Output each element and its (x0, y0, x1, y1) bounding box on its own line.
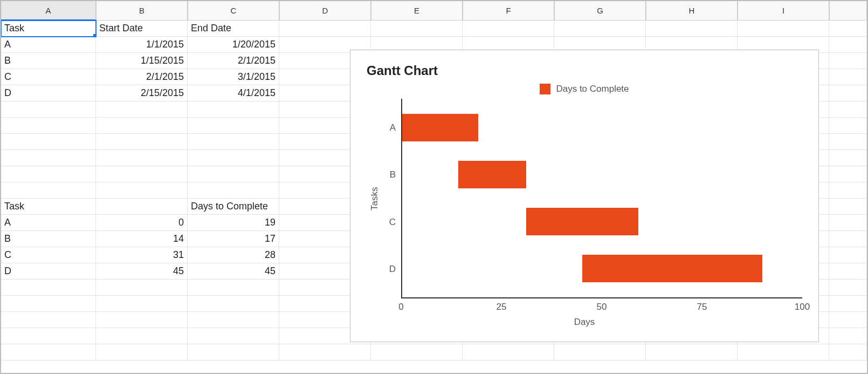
cell-C5[interactable]: 4/1/2015 (188, 85, 279, 101)
cell-B4[interactable]: 2/1/2015 (96, 69, 188, 85)
cell-D1[interactable] (279, 21, 371, 37)
cell-C4[interactable]: 3/1/2015 (188, 69, 279, 85)
cell-A3[interactable]: B (1, 53, 96, 69)
column-header-H[interactable]: H (646, 1, 738, 21)
cell-F1[interactable] (463, 21, 554, 37)
cell-B18[interactable] (96, 296, 188, 312)
cell-A14[interactable]: B (1, 231, 96, 247)
cell-C21[interactable] (188, 344, 279, 361)
cell-B15[interactable]: 31 (96, 247, 188, 263)
cell-x4[interactable] (829, 69, 867, 85)
cell-B10[interactable] (96, 166, 188, 182)
cell-A9[interactable] (1, 150, 96, 166)
cell-B17[interactable] (96, 280, 188, 296)
cell-H1[interactable] (646, 21, 738, 37)
cell-C19[interactable] (188, 312, 279, 328)
cell-B9[interactable] (96, 150, 188, 166)
column-header-F[interactable]: F (463, 1, 554, 21)
cell-C9[interactable] (188, 150, 279, 166)
cell-x11[interactable] (829, 182, 867, 199)
cell-x8[interactable] (829, 134, 867, 150)
cell-B8[interactable] (96, 134, 188, 150)
column-header-C[interactable]: C (188, 1, 279, 21)
cell-C1[interactable]: End Date (188, 21, 279, 37)
cell-C3[interactable]: 2/1/2015 (188, 53, 279, 69)
cell-C14[interactable]: 17 (188, 231, 279, 247)
cell-x1[interactable] (829, 21, 867, 37)
cell-A18[interactable] (1, 296, 96, 312)
cell-I21[interactable] (738, 344, 829, 361)
cell-x5[interactable] (829, 85, 867, 101)
cell-x15[interactable] (829, 247, 867, 263)
cell-B19[interactable] (96, 312, 188, 328)
cell-C15[interactable]: 28 (188, 247, 279, 263)
cell-C12[interactable]: Days to Complete (188, 199, 279, 215)
cell-x20[interactable] (829, 328, 867, 344)
cell-x19[interactable] (829, 312, 867, 328)
cell-B5[interactable]: 2/15/2015 (96, 85, 188, 101)
cell-C10[interactable] (188, 166, 279, 182)
cell-B1[interactable]: Start Date (96, 21, 188, 37)
cell-E1[interactable] (371, 21, 463, 37)
cell-B6[interactable] (96, 101, 188, 118)
column-header-D[interactable]: D (279, 1, 371, 21)
cell-C17[interactable] (188, 280, 279, 296)
cell-G1[interactable] (554, 21, 646, 37)
cell-x10[interactable] (829, 166, 867, 182)
cell-E21[interactable] (371, 344, 463, 361)
cell-x21[interactable] (829, 344, 867, 361)
cell-A13[interactable]: A (1, 215, 96, 231)
column-header-I[interactable]: I (738, 1, 829, 21)
cell-x2[interactable] (829, 37, 867, 53)
cell-x7[interactable] (829, 118, 867, 134)
cell-A7[interactable] (1, 118, 96, 134)
cell-x12[interactable] (829, 199, 867, 215)
cell-B12[interactable] (96, 199, 188, 215)
cell-C18[interactable] (188, 296, 279, 312)
cell-A8[interactable] (1, 134, 96, 150)
cell-A20[interactable] (1, 328, 96, 344)
cell-A2[interactable]: A (1, 37, 96, 53)
column-header-A[interactable]: A (1, 1, 96, 21)
cell-A12[interactable]: Task (1, 199, 96, 215)
cell-D21[interactable] (279, 344, 371, 361)
cell-B21[interactable] (96, 344, 188, 361)
cell-x13[interactable] (829, 215, 867, 231)
cell-B13[interactable]: 0 (96, 215, 188, 231)
cell-H21[interactable] (646, 344, 738, 361)
cell-B7[interactable] (96, 118, 188, 134)
cell-A16[interactable]: D (1, 263, 96, 280)
gantt-chart-embed[interactable]: Gantt Chart Days to Complete Tasks ABCD … (350, 50, 819, 342)
cell-F21[interactable] (463, 344, 554, 361)
cell-G21[interactable] (554, 344, 646, 361)
cell-B3[interactable]: 1/15/2015 (96, 53, 188, 69)
cell-x16[interactable] (829, 263, 867, 280)
cell-C6[interactable] (188, 101, 279, 118)
cell-C11[interactable] (188, 182, 279, 199)
cell-B14[interactable]: 14 (96, 231, 188, 247)
cell-A11[interactable] (1, 182, 96, 199)
cell-A21[interactable] (1, 344, 96, 361)
cell-C8[interactable] (188, 134, 279, 150)
cell-B16[interactable]: 45 (96, 263, 188, 280)
cell-A15[interactable]: C (1, 247, 96, 263)
cell-A1[interactable]: Task (1, 21, 96, 37)
cell-x9[interactable] (829, 150, 867, 166)
cell-B20[interactable] (96, 328, 188, 344)
cell-x17[interactable] (829, 280, 867, 296)
cell-A17[interactable] (1, 280, 96, 296)
cell-C7[interactable] (188, 118, 279, 134)
cell-A10[interactable] (1, 166, 96, 182)
cell-A5[interactable]: D (1, 85, 96, 101)
cell-A4[interactable]: C (1, 69, 96, 85)
column-header-extra[interactable] (829, 1, 867, 21)
cell-B2[interactable]: 1/1/2015 (96, 37, 188, 53)
cell-C2[interactable]: 1/20/2015 (188, 37, 279, 53)
column-header-E[interactable]: E (371, 1, 463, 21)
cell-x14[interactable] (829, 231, 867, 247)
cell-C13[interactable]: 19 (188, 215, 279, 231)
cell-x18[interactable] (829, 296, 867, 312)
cell-C20[interactable] (188, 328, 279, 344)
cell-x6[interactable] (829, 101, 867, 118)
cell-B11[interactable] (96, 182, 188, 199)
